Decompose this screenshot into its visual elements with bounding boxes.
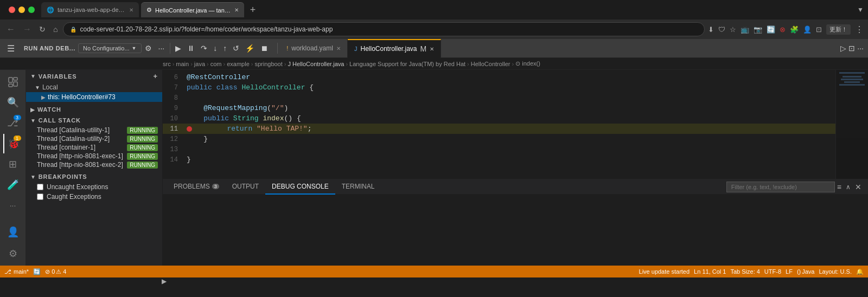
bp-uncaught-checkbox[interactable] [37, 184, 43, 190]
status-layout[interactable]: Layout: U.S. [819, 268, 852, 275]
status-language[interactable]: () Java [797, 268, 815, 275]
panel-filter-input[interactable] [726, 182, 835, 192]
sidebar-toggle-icon[interactable]: ⊡ [816, 25, 822, 34]
file-tab-hello[interactable]: J HelloController.java M ✕ [348, 39, 441, 58]
traffic-light-red[interactable] [9, 7, 15, 13]
screenshot-icon[interactable]: 📷 [754, 25, 762, 34]
variables-add-icon[interactable]: + [154, 72, 158, 80]
activity-item-debug[interactable]: 🐞 1 [3, 134, 23, 153]
bp-caught-label: Caught Exceptions [47, 193, 101, 201]
status-notifications[interactable]: 🔔 [856, 268, 864, 275]
step-over-btn[interactable]: ↷ [198, 43, 210, 54]
browser-tab-2[interactable]: ⚙ HelloController.java — tanzu-... ✕ [141, 2, 244, 17]
error-icon[interactable]: ⊗ [780, 25, 786, 34]
activity-item-more[interactable]: ··· [3, 196, 23, 215]
workload-close[interactable]: ✕ [336, 46, 341, 51]
status-branch[interactable]: ⎇ main* [4, 268, 29, 275]
bp-item-uncaught[interactable]: Uncaught Exceptions [26, 182, 162, 192]
refresh-icon[interactable]: 🔄 [767, 25, 775, 34]
activity-item-explorer[interactable] [3, 72, 23, 92]
toolbar-separator-1 [170, 43, 170, 54]
thread-4[interactable]: Thread [http-nio-8081-exec-1] RUNNING [26, 152, 162, 160]
tab1-close[interactable]: ✕ [129, 7, 133, 13]
breakpoints-title: BREAKPOINTS [39, 173, 87, 180]
download-icon[interactable]: ⬇ [708, 25, 714, 34]
panel-tab-debug-console[interactable]: DEBUG CONSOLE [265, 179, 335, 195]
panel: PROBLEMS 3 OUTPUT DEBUG CONSOLE TERMINAL [163, 179, 868, 266]
activity-item-search[interactable]: 🔍 [3, 93, 23, 112]
variables-section-header[interactable]: ▼ VARIABLES + [26, 70, 162, 82]
panel-action-wrap-btn[interactable]: ≡ [835, 182, 844, 192]
status-tab-size[interactable]: Tab Size: 4 [730, 268, 760, 275]
activity-item-source-control[interactable]: ⎇ 3 [3, 113, 23, 133]
traffic-light-green[interactable] [28, 7, 35, 13]
browser-menu-button[interactable]: ▼ [857, 6, 864, 14]
shield-icon[interactable]: 🛡 [718, 25, 725, 34]
step-continue-btn[interactable]: ▶ [173, 43, 184, 54]
new-tab-button[interactable]: + [246, 3, 259, 16]
traffic-light-yellow[interactable] [18, 7, 25, 13]
activity-item-extensions[interactable]: ⊞ [3, 154, 23, 174]
panel-close-btn[interactable]: ✕ [853, 182, 864, 192]
address-bar[interactable]: 🔒 code-server-01.20-78-28-2.sslip.io/?fo… [63, 22, 705, 36]
hot-code-btn[interactable]: ⚡ [242, 43, 257, 54]
step-out-btn[interactable]: ↑ [220, 43, 229, 54]
activity-item-test[interactable]: 🧪 [3, 175, 23, 195]
home-button[interactable]: ⌂ [51, 25, 60, 34]
settings-btn[interactable]: ⚙ [142, 44, 155, 53]
forward-button[interactable]: → [21, 24, 34, 34]
breakpoints-section-header[interactable]: ▼ BREAKPOINTS [26, 171, 162, 182]
variable-item-this[interactable]: ▶ this: HelloController#73 [26, 92, 162, 102]
hello-file-icon: J [354, 46, 358, 52]
hello-modified-dot: M [420, 44, 427, 53]
status-sync[interactable]: 🔄 [33, 268, 41, 275]
status-encoding[interactable]: UTF-8 [764, 268, 781, 275]
tab2-close[interactable]: ✕ [234, 7, 239, 13]
puzzle-icon[interactable]: 🧩 [790, 25, 799, 34]
back-button[interactable]: ← [4, 24, 17, 34]
thread-1[interactable]: Thread [Catalina-utility-1] RUNNING [26, 126, 162, 134]
thread-3[interactable]: Thread [container-1] RUNNING [26, 143, 162, 152]
code-line-7: 7 public class HelloController { [163, 82, 835, 93]
panel-tab-problems[interactable]: PROBLEMS 3 [167, 179, 226, 195]
restart-btn[interactable]: ↺ [230, 43, 242, 54]
status-line-ending[interactable]: LF [786, 268, 793, 275]
activity-item-account[interactable]: 👤 [3, 222, 23, 242]
bell-icon: 🔔 [856, 268, 864, 275]
status-position[interactable]: Ln 11, Col 1 [694, 268, 726, 275]
split-editor-icon[interactable]: ⊡ [848, 44, 855, 53]
watch-section-header[interactable]: ▶ WATCH [26, 104, 162, 115]
stop-btn[interactable]: ⏹ [258, 43, 271, 54]
hamburger-menu[interactable]: ☰ [0, 39, 22, 58]
pause-btn[interactable]: ⏸ [184, 43, 197, 54]
this-value: this: HelloController#73 [48, 93, 116, 101]
step-into-btn[interactable]: ↓ [210, 43, 220, 54]
editor-more-icon[interactable]: ··· [857, 44, 864, 53]
main-area: 🔍 ⎇ 3 🐞 1 ⊞ 🧪 ··· 👤 ⚙ ▼ VARIABLES [0, 70, 868, 266]
browser-tab-1[interactable]: 🌐 tanzu-java-web-app-demo.to... ✕ [41, 2, 139, 17]
hello-close[interactable]: ✕ [430, 46, 434, 52]
variables-local-header[interactable]: ▼ Local [26, 82, 162, 92]
browser-menu-dots[interactable]: ⋮ [855, 24, 864, 35]
run-icon[interactable]: ▷ [840, 44, 846, 53]
panel-action-scroll-up-btn[interactable]: ∧ [844, 182, 853, 192]
star-icon[interactable]: ☆ [730, 25, 736, 34]
line-num-11: 11 [163, 125, 184, 133]
more-btn[interactable]: ··· [155, 44, 168, 53]
file-tab-workload[interactable]: ! workload.yaml ✕ [280, 39, 348, 58]
callstack-section-header[interactable]: ▼ CALL STACK [26, 115, 162, 126]
cast-icon[interactable]: 📺 [741, 25, 749, 34]
update-button[interactable]: 更新！ [826, 24, 851, 35]
profile-icon[interactable]: 👤 [803, 25, 812, 34]
status-errors[interactable]: ⊘ 0 ⚠ 4 [45, 268, 66, 275]
activity-item-settings[interactable]: ⚙ [3, 244, 23, 263]
reload-button[interactable]: ↻ [37, 25, 48, 34]
panel-tab-output[interactable]: OUTPUT [226, 179, 265, 195]
bp-caught-checkbox[interactable] [37, 193, 43, 200]
bp-item-caught[interactable]: Caught Exceptions [26, 192, 162, 202]
thread-5[interactable]: Thread [http-nio-8081-exec-2] RUNNING [26, 160, 162, 169]
panel-tab-terminal[interactable]: TERMINAL [335, 179, 381, 195]
thread-2[interactable]: Thread [Catalina-utility-2] RUNNING [26, 134, 162, 143]
workload-filename: workload.yaml [291, 44, 333, 52]
config-dropdown[interactable]: No Configuratio... ▼ [78, 43, 142, 53]
